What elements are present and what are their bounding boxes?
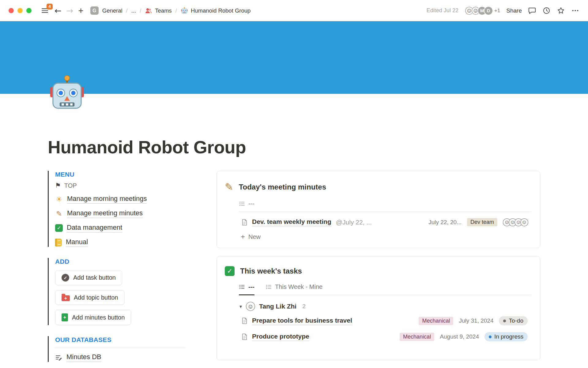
share-button[interactable]: Share xyxy=(506,7,522,14)
meeting-minutes-card: ✎ Today's meeting minutes --- Dev. xyxy=(217,171,540,248)
minutes-view-tab[interactable]: --- xyxy=(239,200,254,212)
divider xyxy=(55,348,185,348)
plus-icon: + xyxy=(241,233,245,240)
chat-icon xyxy=(528,6,536,15)
list-view-icon xyxy=(266,284,272,290)
folder-icon xyxy=(62,295,70,301)
ellipsis-icon xyxy=(571,6,579,15)
breadcrumb-current-page[interactable]: Humanoid Robot Group xyxy=(181,7,251,14)
page-icon xyxy=(241,317,248,324)
breadcrumb-separator: / xyxy=(140,7,141,14)
updates-button[interactable] xyxy=(542,6,551,15)
sidebar-toggle-button[interactable]: 4 xyxy=(41,6,49,15)
flag-icon: ⚑ xyxy=(55,182,61,189)
menu-item-data-management[interactable]: ✓ Data management xyxy=(55,224,217,232)
zoom-window-button[interactable] xyxy=(26,8,32,13)
due-date: August 9, 2024 xyxy=(440,333,479,340)
tasks-view-tab-mine[interactable]: This Week - Mine xyxy=(266,283,322,295)
menu-item-meeting-minutes[interactable]: ✎ Manage meeting minutes xyxy=(55,209,217,218)
breadcrumb-collapsed[interactable]: ... xyxy=(131,7,136,14)
favorite-button[interactable] xyxy=(557,6,565,15)
more-options-button[interactable] xyxy=(571,6,579,15)
ledger-icon xyxy=(55,239,62,247)
breadcrumb-separator: / xyxy=(126,7,128,14)
back-button[interactable]: ← xyxy=(55,6,62,15)
list-view-icon xyxy=(239,284,245,290)
breadcrumb-teams[interactable]: Teams xyxy=(145,7,172,14)
window-controls xyxy=(9,8,32,13)
page-icon xyxy=(241,333,248,340)
menu-item-morning-meetings[interactable]: ☀ Manage morning meetings xyxy=(55,195,217,204)
minutes-card-title[interactable]: Today's meeting minutes xyxy=(239,183,326,191)
top-link[interactable]: ⚑ TOP xyxy=(55,182,217,189)
category-tag: Mechanical xyxy=(419,317,453,325)
page-icon xyxy=(241,219,248,226)
avatar[interactable]: D xyxy=(484,6,493,15)
task-title-link[interactable]: Prepare tools for business travel xyxy=(252,317,352,325)
topbar-actions: Edited Jul 22 ☺ ☺ M D +1 Share xyxy=(427,6,579,15)
page-title[interactable]: Humanoid Robot Group xyxy=(48,137,540,157)
tasks-card-title[interactable]: This week's tasks xyxy=(240,267,302,275)
green-doc-icon xyxy=(62,313,68,321)
attendee-avatars: ☺ ☺ ☺ ☺ xyxy=(503,218,528,226)
tasks-view-tab-all[interactable]: --- xyxy=(239,283,254,295)
writing-hand-icon: ✎ xyxy=(225,181,233,193)
avatar-overflow-count[interactable]: +1 xyxy=(494,8,500,14)
task-title-link[interactable]: Produce prototype xyxy=(252,333,309,341)
add-topic-button[interactable]: Add topic button xyxy=(55,290,125,305)
menu-heading: MENU xyxy=(55,171,217,178)
minutes-db-link[interactable]: Minutes DB xyxy=(55,353,217,362)
assignee-name: Tang Lik Zhi xyxy=(259,303,296,310)
check-mark-icon: ✓ xyxy=(225,266,235,276)
star-icon xyxy=(557,6,565,15)
check-mark-icon: ✓ xyxy=(55,224,63,232)
left-column: MENU ⚑ TOP ☀ Manage morning meetings ✎ M… xyxy=(48,171,217,368)
meeting-date: July 22, 20... xyxy=(428,219,462,226)
page-robot-icon[interactable] xyxy=(47,75,87,114)
task-row: Produce prototype Mechanical August 9, 2… xyxy=(239,329,531,345)
teams-people-icon xyxy=(145,7,152,14)
status-badge: To-do xyxy=(499,316,528,325)
breadcrumb: G General / ... / Teams / Humanoid Robot… xyxy=(90,6,251,15)
notification-badge: 4 xyxy=(47,4,53,10)
list-view-icon xyxy=(239,201,245,207)
window-topbar: 4 ← → + G General / ... / Teams / Humano… xyxy=(0,0,588,21)
sun-icon: ☀ xyxy=(55,195,63,204)
add-section: ADD ✓ Add task button Add topic button xyxy=(48,258,217,325)
workspace-badge[interactable]: G xyxy=(90,6,99,15)
new-page-button[interactable]: + xyxy=(78,6,84,15)
new-meeting-button[interactable]: + New xyxy=(239,230,531,248)
status-dot xyxy=(503,320,506,322)
meeting-title-link[interactable]: Dev. team weekly meeting xyxy=(252,218,331,226)
notion-window: 4 ← → + G General / ... / Teams / Humano… xyxy=(0,0,588,368)
presence-avatars: ☺ ☺ M D +1 xyxy=(465,6,500,15)
breadcrumb-workspace[interactable]: General xyxy=(102,7,123,14)
databases-section: OUR DATABASES Minutes DB xyxy=(48,336,217,362)
assignee-avatar: ☺ xyxy=(246,302,255,311)
collapse-triangle-icon[interactable]: ▾ xyxy=(239,304,242,309)
weekly-tasks-card: ✓ This week's tasks --- This Week - Mine xyxy=(217,256,540,360)
team-tag: Dev team xyxy=(467,218,497,226)
meeting-row: Dev. team weekly meeting @July 22, ... J… xyxy=(239,212,531,230)
forward-button[interactable]: → xyxy=(66,6,74,15)
page-cover xyxy=(0,21,588,94)
status-badge: In progress xyxy=(484,332,528,341)
add-heading: ADD xyxy=(55,258,217,265)
clock-icon xyxy=(542,6,551,15)
due-date: July 31, 2024 xyxy=(459,317,493,324)
status-dot xyxy=(489,335,492,338)
edited-timestamp: Edited Jul 22 xyxy=(427,7,458,14)
minimize-window-button[interactable] xyxy=(17,8,23,13)
robot-icon xyxy=(181,7,188,14)
comments-button[interactable] xyxy=(528,6,536,15)
menu-section: MENU ⚑ TOP ☀ Manage morning meetings ✎ M… xyxy=(48,171,217,247)
avatar: ☺ xyxy=(520,218,528,226)
add-minutes-button[interactable]: Add minutes button xyxy=(55,310,131,325)
category-tag: Mechanical xyxy=(400,333,434,341)
assignee-group-row: ▾ ☺ Tang Lik Zhi 2 xyxy=(239,302,531,311)
databases-heading: OUR DATABASES xyxy=(55,336,217,343)
menu-item-manual[interactable]: Manual xyxy=(55,238,217,247)
close-window-button[interactable] xyxy=(9,8,14,13)
add-task-button[interactable]: ✓ Add task button xyxy=(55,270,122,285)
task-check-icon: ✓ xyxy=(62,274,69,282)
